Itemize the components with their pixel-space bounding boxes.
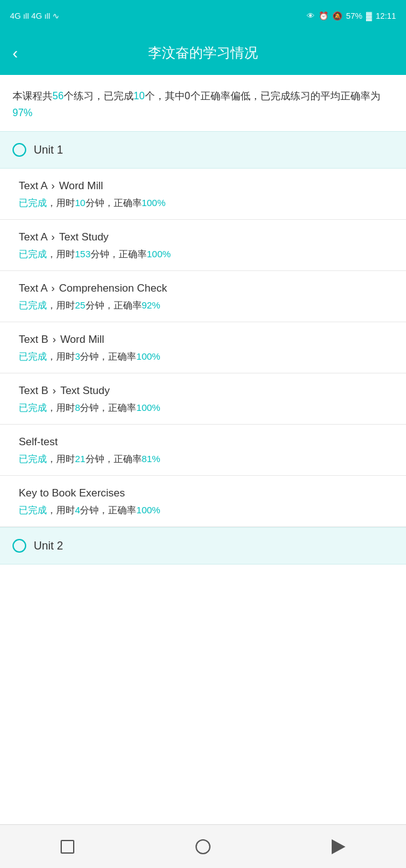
time-value: 10 xyxy=(75,197,86,208)
accuracy-value: 92% xyxy=(142,300,161,310)
accuracy-value: 100% xyxy=(136,402,160,413)
summary-prefix: 本课程共 xyxy=(12,91,52,101)
exercise-stats: 已完成，用时25分钟，正确率92% xyxy=(19,300,387,312)
unit-1-circle xyxy=(12,143,26,157)
unit-2-circle xyxy=(12,539,26,553)
completed-count: 10 xyxy=(134,91,145,101)
unit-1-label: Unit 1 xyxy=(34,144,63,157)
battery-icon: ▓ xyxy=(366,11,372,21)
exercise-item[interactable]: Text A › Comprehension Check 已完成，用时25分钟，… xyxy=(0,271,406,322)
completed-label: 已完成 xyxy=(19,402,47,413)
accuracy-value: 100% xyxy=(147,249,171,259)
unit-2-label: Unit 2 xyxy=(34,540,63,553)
battery-text: 57% xyxy=(346,11,362,21)
unit-1-header[interactable]: Unit 1 xyxy=(0,131,406,169)
exercise-title: Key to Book Exercises xyxy=(19,487,387,500)
completed-label: 已完成 xyxy=(19,505,47,515)
alarm-icon: ⏰ xyxy=(319,11,329,21)
status-right: 👁 ⏰ 🔕 57% ▓ 12:11 xyxy=(307,11,396,21)
back-button[interactable]: ‹ xyxy=(12,44,18,63)
accuracy-value: 81% xyxy=(142,453,161,464)
summary-text3: 个正确率偏低，已完成练习的平均正确率为 xyxy=(191,91,380,101)
bottom-nav xyxy=(0,824,406,868)
exercise-title: Text B › Text Study xyxy=(19,385,387,397)
low-accuracy-count: 0 xyxy=(185,91,191,101)
exercise-item[interactable]: Text A › Text Study 已完成，用时153分钟，正确率100% xyxy=(0,220,406,271)
bell-icon: 🔕 xyxy=(332,11,342,21)
page-header: ‹ 李汶奋的学习情况 xyxy=(0,31,406,75)
status-left: 4G ıll 4G ıll ∿ xyxy=(10,11,59,21)
avg-accuracy: 97% xyxy=(12,107,32,118)
exercise-title: Text A › Text Study xyxy=(19,231,387,244)
exercise-title: Self-test xyxy=(19,436,387,448)
exercise-item[interactable]: Key to Book Exercises 已完成，用时4分钟，正确率100% xyxy=(0,476,406,527)
accuracy-value: 100% xyxy=(142,197,166,208)
exercise-stats: 已完成，用时3分钟，正确率100% xyxy=(19,351,387,363)
accuracy-value: 100% xyxy=(136,505,160,515)
completed-label: 已完成 xyxy=(19,197,47,208)
unit-1-exercises: Text A › Word Mill 已完成，用时10分钟，正确率100% Te… xyxy=(0,169,406,527)
back-triangle-icon[interactable] xyxy=(332,839,345,854)
exercise-title: Text B › Word Mill xyxy=(19,333,387,346)
summary-section: 本课程共56个练习，已完成10个，其中0个正确率偏低，已完成练习的平均正确率为9… xyxy=(0,75,406,131)
exercise-stats: 已完成，用时4分钟，正确率100% xyxy=(19,505,387,516)
total-exercises: 56 xyxy=(52,91,64,101)
time-display: 12:11 xyxy=(375,11,396,21)
exercise-stats: 已完成，用时8分钟，正确率100% xyxy=(19,402,387,414)
wifi-icon: ∿ xyxy=(52,11,59,21)
exercise-stats: 已完成，用时10分钟，正确率100% xyxy=(19,197,387,209)
exercise-item[interactable]: Text B › Text Study 已完成，用时8分钟，正确率100% xyxy=(0,373,406,425)
exercise-title: Text A › Comprehension Check xyxy=(19,282,387,295)
exercise-stats: 已完成，用时21分钟，正确率81% xyxy=(19,453,387,465)
home-icon[interactable] xyxy=(61,840,74,854)
summary-text1: 个练习，已完成 xyxy=(64,91,134,101)
eye-icon: 👁 xyxy=(307,11,315,21)
exercise-stats: 已完成，用时153分钟，正确率100% xyxy=(19,249,387,260)
back-circle-icon[interactable] xyxy=(196,839,210,854)
exercise-item[interactable]: Text B › Word Mill 已完成，用时3分钟，正确率100% xyxy=(0,322,406,373)
page-title: 李汶奋的学习情况 xyxy=(148,44,258,62)
completed-label: 已完成 xyxy=(19,351,47,362)
time-value: 21 xyxy=(75,453,86,464)
summary-text2: 个，其中 xyxy=(145,91,185,101)
status-bar: 4G ıll 4G ıll ∿ 👁 ⏰ 🔕 57% ▓ 12:11 xyxy=(0,0,406,31)
unit-2-header[interactable]: Unit 2 xyxy=(0,527,406,565)
signal-icon: 4G ıll 4G ıll xyxy=(10,11,50,21)
exercise-item[interactable]: Self-test 已完成，用时21分钟，正确率81% xyxy=(0,425,406,476)
accuracy-value: 100% xyxy=(136,351,160,362)
completed-label: 已完成 xyxy=(19,453,47,464)
exercise-title: Text A › Word Mill xyxy=(19,180,387,192)
completed-label: 已完成 xyxy=(19,249,47,259)
time-value: 153 xyxy=(75,249,91,259)
exercise-item[interactable]: Text A › Word Mill 已完成，用时10分钟，正确率100% xyxy=(0,169,406,220)
completed-label: 已完成 xyxy=(19,300,47,310)
time-value: 25 xyxy=(75,300,86,310)
